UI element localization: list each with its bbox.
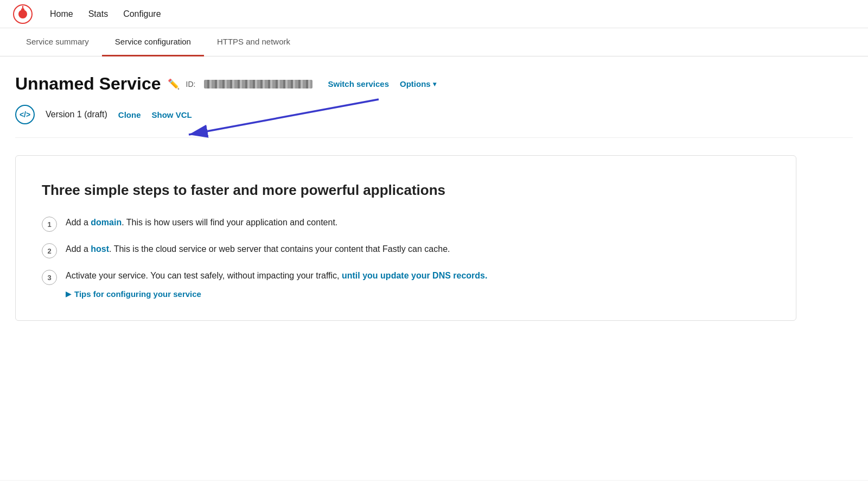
clone-button[interactable]: Clone	[118, 110, 141, 119]
tab-service-configuration[interactable]: Service configuration	[102, 28, 204, 56]
step-1-text: Add a domain. This is how users will fin…	[66, 216, 337, 229]
step-1: 1 Add a domain. This is how users will f…	[42, 216, 770, 232]
edit-icon[interactable]: ✏️	[168, 78, 180, 90]
step-3-number: 3	[42, 270, 57, 285]
steps-list: 1 Add a domain. This is how users will f…	[42, 216, 770, 285]
dns-records-link[interactable]: until you update your DNS records.	[342, 271, 487, 280]
step-1-number: 1	[42, 217, 57, 232]
steps-card: Three simple steps to faster and more po…	[15, 155, 796, 321]
step-2: 2 Add a host. This is the cloud service …	[42, 243, 770, 258]
tab-https-network[interactable]: HTTPS and network	[204, 28, 303, 56]
version-row: </> Version 1 (draft) Clone Show VCL	[15, 105, 853, 138]
chevron-down-icon: ▾	[433, 80, 436, 88]
step-2-text: Add a host. This is the cloud service or…	[66, 243, 450, 256]
service-name: Unnamed Service	[15, 74, 161, 94]
service-title-row: Unnamed Service ✏️ ID: Switch services O…	[15, 74, 853, 94]
version-icon: </>	[15, 105, 35, 124]
step-1-after: . This is how users will find your appli…	[122, 218, 337, 227]
nav-home[interactable]: Home	[50, 9, 73, 19]
steps-title: Three simple steps to faster and more po…	[42, 182, 770, 199]
version-text: Version 1 (draft)	[46, 110, 107, 119]
service-id-label: ID:	[186, 80, 196, 88]
tips-label: Tips for configuring your service	[74, 289, 201, 299]
options-label: Options	[400, 79, 431, 88]
code-brackets-icon: </>	[20, 110, 30, 119]
nav-stats[interactable]: Stats	[88, 9, 108, 19]
show-vcl-button[interactable]: Show VCL	[152, 110, 192, 119]
top-nav: Home Stats Configure	[0, 0, 868, 28]
step-3-text: Activate your service. You can test safe…	[66, 269, 487, 282]
service-id-value	[204, 80, 312, 88]
nav-configure[interactable]: Configure	[123, 9, 161, 19]
switch-services-button[interactable]: Switch services	[328, 79, 389, 88]
domain-link[interactable]: domain	[91, 218, 122, 227]
step-3: 3 Activate your service. You can test sa…	[42, 269, 770, 285]
step-2-number: 2	[42, 243, 57, 258]
tab-service-summary[interactable]: Service summary	[13, 28, 102, 56]
step-2-after: . This is the cloud service or web serve…	[109, 244, 450, 254]
options-button[interactable]: Options ▾	[400, 79, 436, 88]
host-link[interactable]: host	[91, 244, 109, 254]
nav-links: Home Stats Configure	[50, 9, 161, 19]
fastly-logo	[13, 4, 33, 24]
tips-arrow-icon: ▶	[66, 290, 71, 298]
tips-link[interactable]: ▶ Tips for configuring your service	[66, 289, 770, 299]
svg-point-2	[21, 8, 24, 11]
tab-bar: Service summary Service configuration HT…	[0, 28, 868, 56]
main-content: Unnamed Service ✏️ ID: Switch services O…	[0, 56, 868, 480]
